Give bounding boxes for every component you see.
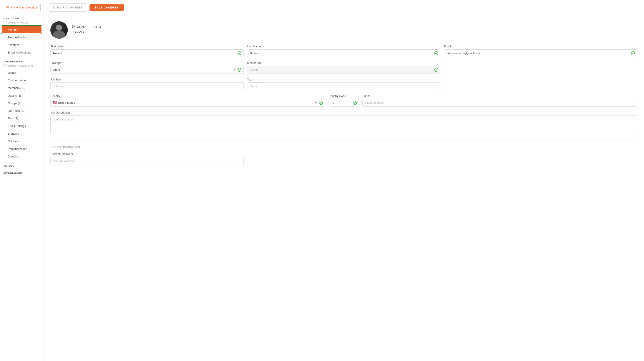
last-name-check-icon [434,51,438,55]
member-id-label: Member ID* [247,61,440,65]
sidebar-item-tags[interactable]: Tags (3) [2,115,42,122]
invite-button-label: Invite New Coworker [11,6,37,9]
job-desc-group: Job Description [50,111,637,135]
privilege-group: Privilege* Admin Member Guest ▼ [50,61,244,74]
privilege-label: Privilege* [50,61,244,65]
form-row-4: Country 🇺🇸 United States Canada United K… [50,94,637,107]
main-content: DISCARD CHANGES SAVE CHANGES CHANGE [44,0,644,361]
sidebar-item-personalization[interactable]: Personalization [2,34,42,41]
sidebar-item-profile[interactable]: Profile [2,26,42,33]
first-name-group: First Name* [50,45,244,57]
member-id-input[interactable] [247,66,440,74]
team-input[interactable] [247,82,440,90]
member-id-wrapper [247,66,440,74]
first-name-label: First Name* [50,45,244,48]
sidebar-item-customization[interactable]: Customization [2,77,42,84]
member-id-group: Member ID* [247,61,440,74]
form-row-2: Privilege* Admin Member Guest ▼ Member I… [50,61,637,74]
first-name-input[interactable] [50,49,244,57]
country-code-label: Country Code [328,94,359,98]
email-input[interactable] [444,49,637,57]
form-row-password: Current Password [50,152,637,164]
current-password-wrapper [50,157,244,164]
update-password-title: UPDATE PASSWORD [50,146,637,149]
last-name-wrapper [247,49,440,57]
sidebar-item-snippets[interactable]: Snippets [2,138,42,145]
email-wrapper [444,49,637,57]
email-label: Email* [444,45,637,48]
avatar-actions: CHANGE PHOTO REMOVE [72,21,101,33]
email-check-icon [631,51,635,55]
toolbar: DISCARD CHANGES SAVE CHANGES [44,0,644,15]
sidebar: Invite New Coworker MY ACCOUNT i Setting… [0,0,44,361]
member-id-check-icon [434,68,438,72]
required-star-2: * [261,45,262,48]
country-wrapper: 🇺🇸 United States Canada United Kingdom ▼ [50,99,325,107]
privilege-wrapper: Admin Member Guest ▼ [50,66,244,74]
country-code-group: Country Code [328,94,359,107]
sidebar-item-job-titles[interactable]: Job Titles (27) [2,107,42,114]
job-title-label: Job Title [50,78,244,81]
job-title-group: Job Title [50,78,244,90]
job-desc-textarea[interactable] [50,116,637,135]
country-code-wrapper [328,99,359,107]
sidebar-item-email-settings[interactable]: Email Settings [2,122,42,130]
organization-subtitle: i Settings for ACME Corp [0,64,43,69]
save-changes-button[interactable]: SAVE CHANGES [90,4,124,11]
privilege-select[interactable]: Admin Member Guest [50,66,244,74]
phone-wrapper [362,99,637,107]
team-wrapper [247,82,440,90]
my-account-title: MY ACCOUNT [0,16,43,21]
country-group: Country 🇺🇸 United States Canada United K… [50,94,325,107]
current-password-label: Current Password [50,152,244,156]
sidebar-item-email-notifications[interactable]: Email Notifications [2,49,42,56]
change-photo-button[interactable]: CHANGE PHOTO [72,25,101,29]
sidebar-item-guests[interactable]: Guests (2) [2,92,42,99]
job-desc-label: Job Description [50,111,637,114]
phone-input[interactable] [362,99,637,107]
my-account-subtitle: i Settings for yourself [0,21,43,26]
required-star: * [65,45,66,48]
integrations-title: INTEGRATIONS [0,169,43,176]
country-code-check-icon [353,101,357,105]
svg-point-4 [73,26,74,26]
sidebar-item-members[interactable]: Members (10) [2,84,42,92]
last-name-group: Last Name* [247,45,440,57]
sidebar-item-domains[interactable]: Domains [2,153,42,160]
discard-changes-button[interactable]: DISCARD CHANGES [49,4,87,12]
image-icon [72,25,76,29]
first-name-wrapper [50,49,244,57]
divider [50,140,637,141]
job-title-input[interactable] [50,82,244,90]
info-icon-org: i [4,64,6,67]
organization-title: ORGANIZATION [0,59,43,64]
avatar [50,21,68,39]
info-icon: i [4,21,6,24]
required-star-3: * [451,45,452,48]
last-name-input[interactable] [247,49,440,57]
country-label: Country [50,94,325,98]
billing-title: BILLING [0,162,43,169]
country-select[interactable]: United States Canada United Kingdom [50,99,325,107]
avatar-section: CHANGE PHOTO REMOVE [50,21,637,39]
invite-new-coworker-button[interactable]: Invite New Coworker [2,3,41,12]
current-password-group: Current Password [50,152,244,164]
email-group: Email* [444,45,637,57]
job-title-wrapper [50,82,244,90]
form-row-1: First Name* Last Name* Email* [50,45,637,57]
form-row-3: Job Title Team [50,78,637,90]
sidebar-item-favorites[interactable]: Favorites [2,41,42,49]
sidebar-item-details[interactable]: Details [2,69,42,76]
sidebar-item-personalization-org[interactable]: Personalization [2,145,42,152]
svg-point-0 [6,6,8,7]
avatar-image [50,21,68,39]
required-star-4: * [62,61,63,65]
remove-photo-link[interactable]: REMOVE [72,30,101,33]
required-star-5: * [262,61,263,65]
form-row-5: Job Description [50,111,637,135]
current-password-input[interactable] [50,157,244,164]
phone-group: Phone [362,94,637,107]
sidebar-item-groups[interactable]: Groups (4) [2,100,42,107]
sidebar-item-branding[interactable]: Branding [2,130,42,137]
privilege-check-icon [238,68,242,72]
